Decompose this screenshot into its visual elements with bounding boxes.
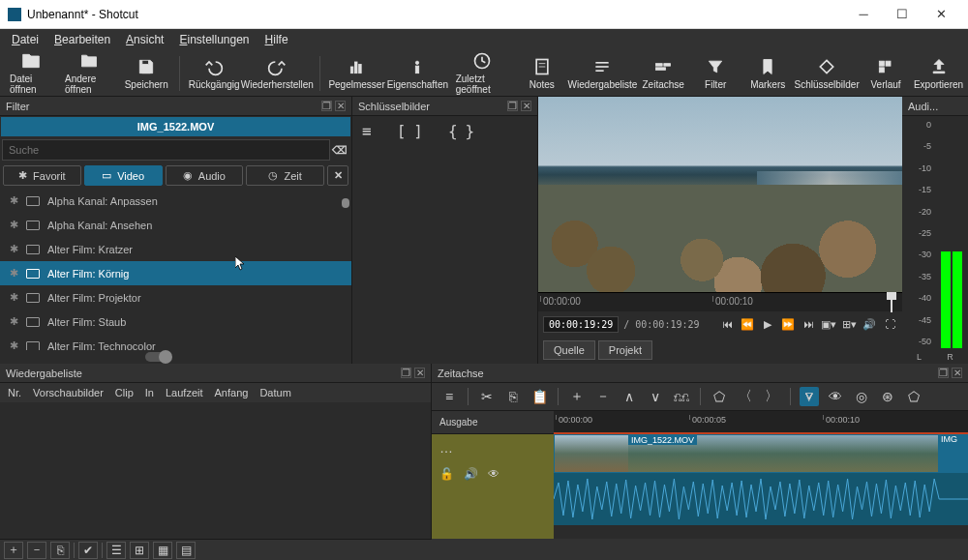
split-button[interactable]: ⎌⎌ <box>672 387 691 406</box>
lift-button[interactable]: ∧ <box>620 387 639 406</box>
menu-settings[interactable]: Einstellungen <box>171 30 257 49</box>
tab-favorite[interactable]: ✱Favorit <box>3 165 81 186</box>
paste-button[interactable]: 📋 <box>529 387 549 406</box>
marker-button[interactable]: ⬠ <box>710 387 729 406</box>
track-menu-icon[interactable]: … <box>439 440 546 456</box>
timeline-menu-icon[interactable]: ≡ <box>439 387 459 406</box>
prev-marker-button[interactable]: 〈 <box>736 387 755 406</box>
tab-video[interactable]: ▭Video <box>84 165 163 186</box>
append-button[interactable]: ＋ <box>567 387 587 406</box>
filter-item[interactable]: ✱Alter Film: Körnig <box>0 261 351 285</box>
cut-button[interactable]: ✂ <box>477 387 497 406</box>
filter-item[interactable]: ✱Alpha Kanal: Ansehen <box>0 213 351 237</box>
export-button[interactable]: Exportieren <box>915 55 962 92</box>
brace-open-icon[interactable]: { <box>448 122 458 140</box>
playlist-check-button[interactable]: ✔ <box>78 542 98 559</box>
menu-file[interactable]: Datei <box>4 30 46 49</box>
keyframes-menu-icon[interactable]: ≡ <box>362 122 372 140</box>
panel-undock-icon[interactable]: ❐ <box>507 101 518 111</box>
favorite-star-icon[interactable]: ✱ <box>10 267 18 280</box>
menu-edit[interactable]: Bearbeiten <box>46 30 118 49</box>
panel-close-icon[interactable]: ✕ <box>521 101 531 111</box>
timeline-ruler[interactable]: 00:00:00 00:00:05 00:00:10 <box>554 411 968 434</box>
loop-button[interactable]: ▣▾ <box>821 318 836 331</box>
menu-help[interactable]: Hilfe <box>257 30 296 49</box>
favorite-star-icon[interactable]: ✱ <box>10 339 18 350</box>
playlist-view-detail-button[interactable]: ▤ <box>176 542 196 559</box>
play-button[interactable]: ▶ <box>760 318 775 331</box>
video-preview[interactable] <box>538 97 902 292</box>
notes-button[interactable]: Notes <box>519 55 565 92</box>
skip-start-button[interactable]: ⏮ <box>719 318 735 330</box>
current-timecode[interactable]: 00:00:19:29 <box>543 316 619 333</box>
playlist-view-tiles-button[interactable]: ⊞ <box>130 542 149 559</box>
filter-item[interactable]: ✱Alpha Kanal: Anpassen <box>0 189 351 213</box>
ripple-markers-button[interactable]: ⬠ <box>904 387 923 406</box>
player-ruler[interactable]: 00:00:00 00:00:10 <box>538 292 902 311</box>
panel-close-icon[interactable]: ✕ <box>414 368 425 378</box>
overwrite-button[interactable]: ∨ <box>646 387 665 406</box>
track-head[interactable]: … 🔓 🔊 👁 <box>432 434 554 539</box>
favorite-star-icon[interactable]: ✱ <box>10 315 18 328</box>
close-button[interactable]: ✕ <box>922 0 960 29</box>
filter-item[interactable]: ✱Alter Film: Technocolor <box>0 334 351 350</box>
panel-undock-icon[interactable]: ❐ <box>321 101 332 111</box>
volume-button[interactable]: 🔊 <box>862 318 877 331</box>
mute-icon[interactable]: 🔊 <box>464 467 478 481</box>
panel-close-icon[interactable]: ✕ <box>952 368 962 378</box>
favorite-star-icon[interactable]: ✱ <box>10 194 18 207</box>
brace-close-icon[interactable]: } <box>466 122 475 140</box>
open-other-button[interactable]: Andere öffnen <box>61 49 117 97</box>
history-button[interactable]: Verlauf <box>862 55 909 92</box>
tab-time[interactable]: ◷Zeit <box>246 165 324 186</box>
project-tab[interactable]: Projekt <box>598 340 652 360</box>
panel-undock-icon[interactable]: ❐ <box>938 368 949 378</box>
timeline-clip-video[interactable]: IMG <box>939 434 968 473</box>
undo-button[interactable]: Rückgängig <box>190 55 238 92</box>
filter-list[interactable]: ✱Alpha Kanal: Anpassen ✱Alpha Kanal: Ans… <box>0 189 351 350</box>
panel-undock-icon[interactable]: ❐ <box>401 368 411 378</box>
timeline-clip-video[interactable]: IMG_1522.MOV <box>554 434 939 473</box>
playlist-columns[interactable]: Nr. Vorschaubilder Clip In Laufzeit Anfa… <box>0 383 431 402</box>
filter-item[interactable]: ✱Alter Film: Projektor <box>0 285 351 309</box>
menu-view[interactable]: Ansicht <box>118 30 171 49</box>
lock-icon[interactable]: 🔓 <box>439 467 454 481</box>
save-button[interactable]: Speichern <box>123 55 169 92</box>
filters-button[interactable]: Filter <box>692 55 739 92</box>
keyframes-button[interactable]: Schlüsselbilder <box>797 55 857 92</box>
grid-button[interactable]: ⊞▾ <box>841 318 857 331</box>
bracket-close-icon[interactable]: ] <box>413 122 423 140</box>
playlist-button[interactable]: Wiedergabeliste <box>571 55 634 92</box>
remove-button[interactable]: － <box>593 387 613 406</box>
minimize-button[interactable]: ─ <box>844 0 883 29</box>
tab-audio[interactable]: ◉Audio <box>166 165 244 186</box>
source-tab[interactable]: Quelle <box>543 340 595 360</box>
close-addfilter-button[interactable]: ✕ <box>327 165 348 186</box>
peak-meter-button[interactable]: Pegelmesser <box>330 55 383 92</box>
next-marker-button[interactable]: 〉 <box>762 387 781 406</box>
playlist-add-button[interactable]: ＋ <box>4 542 23 559</box>
playhead[interactable] <box>891 293 892 312</box>
panel-close-icon[interactable]: ✕ <box>335 101 346 111</box>
properties-button[interactable]: Eigenschaften <box>389 55 446 92</box>
ripple-button[interactable]: ◎ <box>852 387 871 406</box>
bracket-open-icon[interactable]: [ <box>397 122 407 140</box>
markers-button[interactable]: Markers <box>744 55 791 92</box>
recent-button[interactable]: Zuletzt geöffnet <box>452 49 513 97</box>
hide-icon[interactable]: 👁 <box>488 467 499 481</box>
snap-button[interactable]: ⛛ <box>800 387 819 406</box>
ripple-all-button[interactable]: ⊛ <box>878 387 897 406</box>
filter-search-input[interactable] <box>2 139 330 161</box>
playlist-view-list-button[interactable]: ☰ <box>106 542 126 559</box>
clear-search-icon[interactable]: ⌫ <box>330 139 349 161</box>
timeline-button[interactable]: Zeitachse <box>640 55 686 92</box>
redo-button[interactable]: Wiederherstellen <box>244 55 310 92</box>
timeline-clip-audio[interactable] <box>554 473 968 525</box>
copy-button[interactable]: ⎘ <box>503 387 523 406</box>
open-file-button[interactable]: Datei öffnen <box>6 49 55 97</box>
rewind-button[interactable]: ⏪ <box>740 318 755 331</box>
favorite-star-icon[interactable]: ✱ <box>10 291 18 304</box>
timeline-output-label[interactable]: Ausgabe <box>432 411 554 434</box>
scrub-button[interactable]: 👁 <box>826 387 845 406</box>
playlist-body[interactable] <box>0 402 431 539</box>
